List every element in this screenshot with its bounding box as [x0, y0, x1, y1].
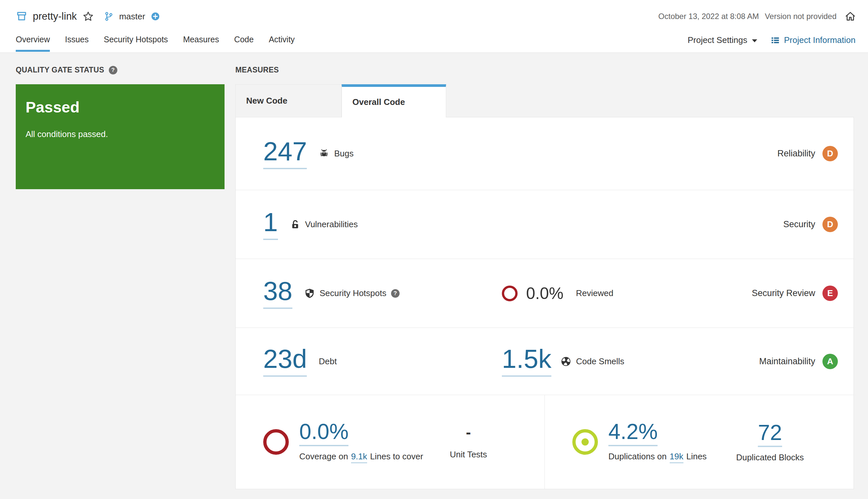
project-information-link[interactable]: Project Information — [770, 35, 856, 45]
bugs-count-link[interactable]: 247 — [263, 138, 307, 169]
security-rating-badge[interactable]: D — [822, 217, 838, 232]
duplicated-blocks-value-link[interactable]: 72 — [758, 422, 782, 447]
duplications-ring-icon — [572, 429, 598, 455]
debt-value-link[interactable]: 23d — [263, 346, 307, 377]
security-label: Security — [783, 219, 815, 230]
debt-label: Debt — [319, 356, 337, 367]
hotspots-reviewed-value: 0.0% — [526, 285, 563, 302]
duplicated-lines-link[interactable]: 19k — [670, 451, 683, 463]
coverage-metric: 0.0% Coverage on 9.1k Lines to cover — [299, 421, 423, 463]
reliability-rating: Reliability D — [777, 146, 838, 161]
vulnerabilities-label: Vulnerabilities — [305, 219, 358, 230]
analysis-meta: October 13, 2022 at 8:08 AM Version not … — [658, 11, 856, 22]
project-icon — [16, 11, 27, 22]
vulnerabilities-metric: 1 Vulnerabilities — [263, 209, 358, 240]
duplications-caption-suffix: Lines — [686, 451, 707, 462]
unit-tests-metric: - Unit Tests — [439, 425, 498, 460]
duplications-value-link[interactable]: 4.2% — [608, 421, 658, 446]
coverage-caption: Coverage on 9.1k Lines to cover — [299, 451, 423, 463]
reviewed-ring-icon — [502, 285, 518, 301]
measures-heading-text: MEASURES — [235, 65, 279, 74]
project-title-row: pretty-link master October 13, 2 — [16, 8, 856, 25]
measures-card: 247 Bugs Reliability D — [235, 117, 854, 489]
add-branch-plus-icon[interactable] — [151, 12, 160, 21]
help-icon[interactable]: ? — [109, 66, 117, 74]
vulnerabilities-count-link[interactable]: 1 — [263, 209, 278, 240]
duplications-caption-prefix: Duplications on — [608, 451, 667, 462]
security-review-rating-badge[interactable]: E — [822, 285, 838, 301]
sonarqube-project-overview: { "colors": { "accent_blue": "#4b9fd5", … — [0, 0, 868, 499]
coverage-caption-prefix: Coverage on — [299, 451, 348, 462]
security-hotspots-row: 38 Security Hotspots ? 0.0% Reviewed Sec… — [236, 259, 854, 328]
lines-to-cover-link[interactable]: 9.1k — [351, 451, 367, 463]
reliability-rating-badge[interactable]: D — [822, 146, 838, 161]
security-rating: Security D — [783, 217, 838, 232]
security-hotspots-metric: 38 Security Hotspots ? — [263, 278, 400, 309]
quality-gate-heading: QUALITY GATE STATUS ? — [16, 65, 225, 74]
project-settings-button[interactable]: Project Settings — [688, 35, 757, 45]
project-nav: Overview Issues Security Hotspots Measur… — [16, 35, 295, 52]
list-icon — [770, 35, 780, 45]
code-smells-metric: 1.5k Code Smells — [502, 346, 624, 377]
coverage-value-link[interactable]: 0.0% — [299, 421, 348, 446]
code-smells-count-link[interactable]: 1.5k — [502, 346, 551, 377]
quality-gate-heading-text: QUALITY GATE STATUS — [16, 65, 104, 74]
project-name: pretty-link — [33, 11, 77, 22]
maintainability-row: 23d Debt 1.5k Code Smells Maintainabilit… — [236, 328, 854, 395]
project-settings-label: Project Settings — [688, 35, 747, 45]
hotspots-reviewed-metric: 0.0% Reviewed — [502, 285, 613, 302]
coverage-ring-icon — [263, 429, 289, 455]
unit-tests-value: - — [439, 425, 498, 440]
coverage-duplications-row: 0.0% Coverage on 9.1k Lines to cover - U… — [236, 395, 854, 489]
nav-tab-security-hotspots[interactable]: Security Hotspots — [103, 35, 168, 52]
coverage-caption-suffix: Lines to cover — [370, 451, 423, 462]
measures-tabs: New Code Overall Code — [235, 84, 854, 117]
security-hotspots-count-link[interactable]: 38 — [263, 278, 293, 309]
chevron-down-icon — [752, 39, 757, 42]
duplications-cell: 4.2% Duplications on 19k Lines 72 Duplic… — [545, 395, 854, 489]
quality-gate-status: Passed — [26, 99, 215, 115]
nav-tab-issues[interactable]: Issues — [65, 35, 88, 52]
bug-icon — [319, 148, 330, 159]
project-nav-row: Overview Issues Security Hotspots Measur… — [16, 35, 856, 52]
nav-tab-overview[interactable]: Overview — [16, 35, 50, 52]
home-icon[interactable] — [844, 11, 856, 22]
bugs-row: 247 Bugs Reliability D — [236, 117, 854, 190]
duplicated-blocks-metric: 72 Duplicated Blocks — [731, 422, 809, 463]
maintainability-label: Maintainability — [759, 356, 815, 367]
duplications-metric: 4.2% Duplications on 19k Lines — [608, 421, 707, 463]
bugs-metric: 247 Bugs — [263, 138, 354, 169]
shield-icon — [304, 288, 315, 299]
quality-gate-message: All conditions passed. — [26, 130, 215, 138]
security-review-label: Security Review — [752, 288, 815, 299]
maintainability-rating-badge[interactable]: A — [822, 354, 838, 369]
bugs-label: Bugs — [334, 148, 354, 159]
analysis-version: Version not provided — [765, 12, 836, 21]
code-smells-label: Code Smells — [576, 356, 624, 367]
branch-name: master — [119, 11, 145, 22]
code-smells-icon — [560, 356, 571, 367]
vulnerabilities-row: 1 Vulnerabilities Security D — [236, 190, 854, 259]
nav-tab-code[interactable]: Code — [234, 35, 254, 52]
open-lock-icon — [290, 219, 301, 230]
hotspots-reviewed-label: Reviewed — [576, 288, 613, 299]
project-information-label: Project Information — [784, 35, 856, 45]
analysis-date: October 13, 2022 at 8:08 AM — [658, 12, 759, 21]
page-header: pretty-link master October 13, 2 — [0, 0, 868, 53]
help-icon[interactable]: ? — [391, 289, 400, 298]
coverage-cell: 0.0% Coverage on 9.1k Lines to cover - U… — [236, 395, 545, 489]
nav-tab-activity[interactable]: Activity — [269, 35, 295, 52]
branch-selector: master — [104, 11, 159, 22]
measures-heading: MEASURES — [235, 65, 854, 74]
quality-gate-section: QUALITY GATE STATUS ? Passed All conditi… — [16, 65, 225, 189]
security-hotspots-label: Security Hotspots — [320, 288, 386, 299]
debt-metric: 23d Debt — [263, 346, 337, 377]
reliability-label: Reliability — [777, 148, 815, 159]
favorite-star-icon[interactable] — [83, 11, 94, 22]
nav-tab-measures[interactable]: Measures — [183, 35, 219, 52]
unit-tests-label: Unit Tests — [439, 450, 498, 460]
branch-icon — [104, 11, 114, 21]
tab-overall-code[interactable]: Overall Code — [342, 84, 446, 117]
tab-new-code[interactable]: New Code — [235, 84, 342, 117]
project-actions: Project Settings Project Information — [688, 35, 856, 45]
